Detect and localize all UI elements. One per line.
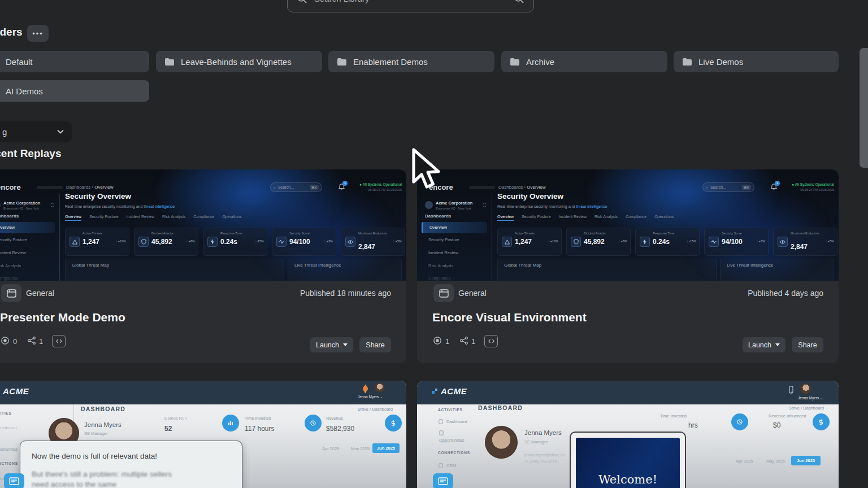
mini-search-input: ⌕ Search... ⌘K xyxy=(270,182,322,192)
folder-chip-ai-demos[interactable]: AI Demos xyxy=(0,80,149,102)
sidebar-header-connections: CONNECTIONS xyxy=(438,451,470,455)
stat-value: 52 xyxy=(164,425,172,433)
stat-blocked-attacks: Blocked Attacks45,892↑ +8% xyxy=(566,228,631,256)
sidebar-item-crm: CRM xyxy=(446,463,456,468)
tab-risk-analysis: Risk Analysis xyxy=(162,215,185,221)
search-icon: ⌕ xyxy=(706,185,708,190)
tooltip-text: Now the demo is full of relevant data! xyxy=(32,451,173,461)
breadcrumb: Strive / Dashboard xyxy=(358,407,393,412)
launch-button[interactable]: Launch xyxy=(310,337,353,352)
stat-icon-time xyxy=(731,413,748,430)
replay-card: encore Dashboards › Overview ⌕ Search...… xyxy=(417,169,839,363)
sidebar-item-incident-review: Incident Review xyxy=(428,250,458,255)
org-subtitle: Enterprise HQ · New York xyxy=(3,207,39,210)
category-icon-button[interactable] xyxy=(433,284,454,302)
threat-intel-panel xyxy=(288,259,402,281)
mini-search-input: ⌕ Search... ⌘K xyxy=(702,182,754,192)
encore-logo: encore xyxy=(0,183,21,191)
launch-button[interactable]: Launch xyxy=(743,337,785,352)
folders-more-button[interactable]: ••• xyxy=(27,25,49,42)
folder-chip-label: Live Demos xyxy=(698,57,743,67)
filter-dropdown[interactable]: g xyxy=(0,121,72,142)
profile-avatar xyxy=(485,426,518,459)
alert-triangle-icon xyxy=(70,237,80,247)
embed-code-button[interactable] xyxy=(52,335,66,347)
replay-thumbnail[interactable]: encore Dashboards › Overview ⌕ Search...… xyxy=(0,169,406,281)
welcome-tablet: Welcome! xyxy=(570,432,686,488)
tab-compliance: Compliance xyxy=(626,215,646,221)
user-name: Jenna Myers ⌄ xyxy=(358,395,383,399)
tab-incident-review: Incident Review xyxy=(559,215,587,221)
month-tab-jun-active: Jun 2025 xyxy=(372,443,400,453)
logo-tagline xyxy=(469,186,495,189)
shares-count: 1 xyxy=(471,337,475,346)
breadcrumb: Dashboards › Overview xyxy=(66,185,114,190)
replay-thumbnail[interactable]: encore Dashboards › Overview ⌕ Search...… xyxy=(417,169,839,281)
folder-icon xyxy=(337,58,346,66)
folder-chip-default[interactable]: Default xyxy=(0,51,149,72)
folder-chip-leave-behinds[interactable]: Leave-Behinds and Vignettes xyxy=(156,51,322,72)
dashboard-subtitle: Real-time enterprise security monitoring… xyxy=(497,204,607,208)
org-avatar xyxy=(0,201,1,209)
sidebar-header: Dashboards xyxy=(0,213,19,219)
stat-response-time: Response Time0.24s↓ -15% xyxy=(635,228,700,256)
phone-icon xyxy=(789,386,793,394)
sidebar-header-activities: ACTIVITIES xyxy=(0,411,12,415)
acme-logo-mark xyxy=(432,388,439,395)
share-button[interactable]: Share xyxy=(792,337,823,352)
stat-monitored-endpoints: Monitored Endpoints 2,847↑ +5% xyxy=(341,228,405,256)
page-title: DASHBOARD xyxy=(478,404,523,411)
replay-thumbnail-acme[interactable]: ACME Jenna Myers ⌄ ACTIVITIES Dashboard … xyxy=(417,381,839,488)
month-tab-jun-active: Jun 2025 xyxy=(791,456,821,465)
scrollbar-thumb[interactable] xyxy=(860,48,868,168)
share-count-icon xyxy=(28,337,36,345)
stat-value: hrs xyxy=(688,421,698,429)
chat-widget-icon xyxy=(433,473,453,488)
stat-security-score: Security Score94/100↑ +3% xyxy=(272,228,336,256)
share-button[interactable]: Share xyxy=(359,337,391,352)
caret-down-icon xyxy=(775,343,780,346)
stat-label: Revenue Influenced xyxy=(769,413,806,419)
activity-pulse-icon xyxy=(709,237,719,247)
profile-role: SE Manager xyxy=(524,439,548,445)
search-icon xyxy=(297,0,307,4)
tab-security-posture: Security Posture xyxy=(522,215,550,221)
replay-thumbnail-acme[interactable]: ACME Jenna Myers ⌄ ACTIVITIES Dashboard … xyxy=(0,381,406,488)
chat-widget-icon xyxy=(4,473,24,488)
page-title: DASHBOARD xyxy=(81,406,125,412)
stat-label: Time Invested xyxy=(660,413,687,419)
org-name: Acme Corporation xyxy=(3,201,40,206)
stat-security-score: Security Score94/100↑ +3% xyxy=(704,228,769,256)
folder-chip-archive[interactable]: Archive xyxy=(501,51,667,72)
stat-monitored-endpoints: Monitored Endpoints 2,847↑ +5% xyxy=(773,228,837,256)
acme-navbar: ACME Jenna Myers ⌄ xyxy=(417,381,839,404)
embed-code-button[interactable] xyxy=(484,335,498,347)
acme-navbar: ACME Jenna Myers ⌄ xyxy=(0,381,406,404)
category-icon-button[interactable] xyxy=(1,284,21,302)
tab-overview: Overview xyxy=(65,215,81,221)
stat-label: Demos Run xyxy=(164,416,187,421)
alert-triangle-icon xyxy=(502,237,512,247)
code-icon xyxy=(56,339,62,343)
tab-overview: Overview xyxy=(497,215,514,221)
folder-chip-live-demos[interactable]: Live Demos xyxy=(674,51,839,72)
stat-active-threats: Active Threats1,247↑ +12% xyxy=(497,228,562,256)
folder-icon xyxy=(510,58,519,66)
breadcrumb: Strive / Dashboard xyxy=(789,406,824,411)
sidebar-item-compliance: Compliance xyxy=(428,276,451,281)
org-subtitle: Enterprise HQ · New York xyxy=(436,207,471,210)
stat-value: $582,930 xyxy=(326,425,354,433)
user-name: Jenna Myers ⌄ xyxy=(798,396,823,400)
replay-title: Encore Visual Environment xyxy=(432,311,587,324)
tab-operations: Operations xyxy=(222,215,241,221)
threat-map-panel xyxy=(497,259,717,281)
tablet-screen: Welcome! xyxy=(576,438,680,488)
folder-chip-label: Default xyxy=(6,57,33,67)
guide-tooltip: Now the demo is full of relevant data! B… xyxy=(20,441,242,488)
category-label: General xyxy=(458,289,487,298)
views-count: 1 xyxy=(445,337,449,346)
eye-icon xyxy=(345,237,355,247)
month-tab-may: May 2025 xyxy=(766,459,785,464)
library-search-input[interactable]: Search Library xyxy=(287,0,534,12)
folder-chip-enablement-demos[interactable]: Enablement Demos xyxy=(328,51,494,72)
